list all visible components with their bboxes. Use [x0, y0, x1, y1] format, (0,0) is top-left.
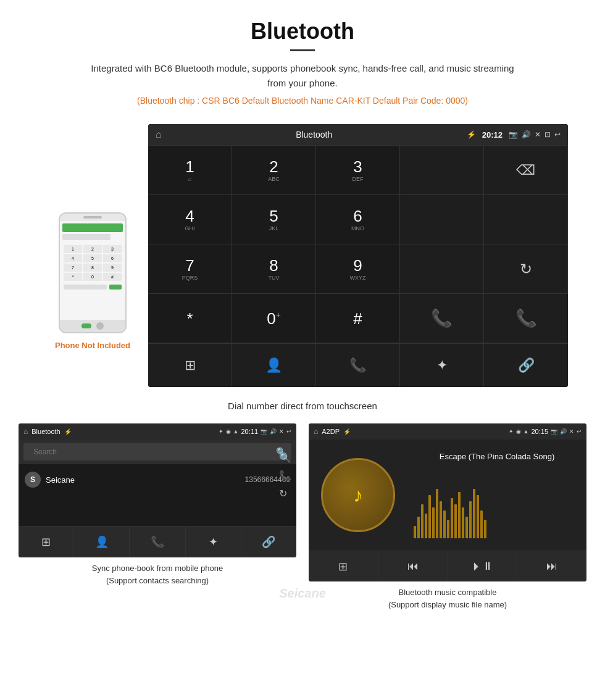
dial-key-star[interactable]: * [148, 294, 232, 343]
volume-icon[interactable]: 🔊 [522, 130, 531, 139]
bottom-nav-contacts[interactable]: 👤 [232, 344, 316, 387]
pb-contact-name: Seicane [46, 475, 240, 485]
dial-key-hash[interactable]: # [316, 294, 400, 343]
pb-right-phone[interactable]: 📞 [279, 470, 291, 481]
phone-contact-bar [62, 234, 111, 240]
dial-call-red[interactable]: 📞 [484, 294, 568, 343]
pb-nav-bt[interactable]: ✦ [186, 527, 241, 557]
window-icon[interactable]: ⊡ [544, 130, 551, 139]
music-nav-next[interactable]: ⏭ [517, 551, 586, 581]
music-nav-prev[interactable]: ⏮ [378, 551, 448, 581]
music-bt-icon: ✦ [509, 428, 514, 435]
music-nav-play[interactable]: ⏵⏸ [448, 551, 518, 581]
home-icon[interactable]: ⌂ [156, 129, 162, 140]
music-screen-wrap: ⌂ A2DP ⚡ ✦ ◉ ▲ 20:15 📷 🔊 ✕ ↩ ♪ [309, 423, 586, 610]
dial-key-7[interactable]: 7 PQRS [148, 244, 232, 294]
statusbar-title: Bluetooth [168, 130, 461, 140]
track-title: Escape (The Pina Colada Song) [414, 452, 580, 461]
music-vol-icon[interactable]: 🔊 [560, 428, 567, 435]
dial-key-1[interactable]: 1 ⌂ [148, 146, 232, 195]
pb-contacts-list: S Seicane 13566664466 [19, 464, 296, 495]
status-icons-left: ⚡ [467, 130, 476, 139]
pb-nav-contacts[interactable]: 👤 [74, 527, 130, 557]
status-icons-right: 📷 🔊 ✕ ⊡ ↩ [509, 130, 561, 139]
music-screen: ⌂ A2DP ⚡ ✦ ◉ ▲ 20:15 📷 🔊 ✕ ↩ ♪ [309, 423, 586, 581]
camera-icon[interactable]: 📷 [509, 130, 518, 139]
pb-nav-dialpad[interactable]: ⊞ [19, 527, 74, 557]
phone-image: 1 2 3 4 5 6 7 8 9 * 0 # [59, 212, 127, 333]
pb-right-search[interactable]: 🔍 [279, 452, 291, 464]
pb-back-icon[interactable]: ↩ [286, 428, 291, 435]
music-note-icon: ♪ [353, 484, 363, 507]
phone-aside: 1 2 3 4 5 6 7 8 9 * 0 # [37, 124, 148, 387]
phonebook-screen-wrap: ⌂ Bluetooth ⚡ ✦ ◉ ▲ 20:11 📷 🔊 ✕ ↩ 🔍 [19, 423, 296, 610]
phone-top [60, 214, 125, 221]
pb-cam-icon[interactable]: 📷 [261, 428, 267, 435]
phonebook-screen: ⌂ Bluetooth ⚡ ✦ ◉ ▲ 20:11 📷 🔊 ✕ ↩ 🔍 [19, 423, 296, 557]
pb-nav-phone[interactable]: 📞 [130, 527, 185, 557]
dial-empty-r2c5 [484, 195, 568, 244]
pb-statusbar: ⌂ Bluetooth ⚡ ✦ ◉ ▲ 20:11 📷 🔊 ✕ ↩ [19, 423, 296, 440]
dial-empty-r3c4 [400, 244, 484, 294]
pb-search-input[interactable] [28, 443, 276, 460]
phone-bottom [60, 320, 125, 332]
dial-display [400, 146, 484, 195]
dial-backspace[interactable]: ⌫ [484, 146, 568, 195]
bottom-nav-link[interactable]: 🔗 [484, 344, 568, 387]
status-time: 20:12 [482, 130, 503, 140]
pb-search-bar: 🔍 [19, 440, 296, 464]
music-time: 20:15 [531, 428, 548, 435]
usb-icon: ⚡ [467, 130, 476, 139]
music-home-icon[interactable]: ⌂ [314, 427, 318, 436]
pb-caption: Sync phone-book from mobile phone (Suppo… [92, 557, 223, 586]
music-usb: ⚡ [343, 428, 351, 435]
pb-right-refresh[interactable]: ↻ [279, 488, 291, 499]
music-bottom-nav: ⊞ ⏮ ⏵⏸ ⏭ [309, 551, 586, 581]
pb-bottom-nav: ⊞ 👤 📞 ✦ 🔗 [19, 526, 296, 557]
back-icon[interactable]: ↩ [554, 130, 561, 139]
equalizer [414, 467, 580, 538]
pb-home-icon[interactable]: ⌂ [23, 427, 28, 436]
music-close-icon[interactable]: ✕ [569, 428, 574, 435]
dial-key-5[interactable]: 5 JKL [232, 195, 316, 244]
music-cam-icon[interactable]: 📷 [551, 428, 557, 435]
pb-vol-icon[interactable]: 🔊 [270, 428, 277, 435]
music-caption: Bluetooth music compatible (Support disp… [388, 581, 507, 610]
dial-refresh[interactable]: ↻ [484, 244, 568, 294]
dial-call-green[interactable]: 📞 [400, 294, 484, 343]
music-status-icons: ✦ ◉ ▲ 20:15 📷 🔊 ✕ ↩ [509, 428, 582, 435]
dial-key-0[interactable]: 0+ [232, 294, 316, 343]
dial-key-3[interactable]: 3 DEF [316, 146, 400, 195]
pb-time: 20:11 [241, 428, 258, 435]
music-back-icon[interactable]: ↩ [577, 428, 582, 435]
phone-green-bar [62, 223, 123, 232]
music-nav-home[interactable]: ⊞ [309, 551, 378, 581]
title-divider [290, 49, 315, 51]
bottom-nav-dialpad[interactable]: ⊞ [148, 344, 232, 387]
dial-key-9[interactable]: 9 WXYZ [316, 244, 400, 294]
album-art: ♪ [321, 458, 395, 532]
phone-dialpad: 1 2 3 4 5 6 7 8 9 * 0 # [62, 244, 123, 282]
page-title: Bluetooth [12, 19, 593, 44]
dial-key-8[interactable]: 8 TUV [232, 244, 316, 294]
pb-usb: ⚡ [64, 428, 72, 435]
pb-close-icon[interactable]: ✕ [279, 428, 284, 435]
pb-contact-row[interactable]: S Seicane 13566664466 [19, 467, 296, 493]
pb-nav-link[interactable]: 🔗 [241, 527, 296, 557]
phone-screen: 1 2 3 4 5 6 7 8 9 * 0 # [60, 221, 125, 320]
dial-key-4[interactable]: 4 GHI [148, 195, 232, 244]
pb-bt-icon: ✦ [219, 428, 223, 435]
dialpad-bottom-nav: ⊞ 👤 📞 ✦ 🔗 [148, 343, 568, 387]
dial-key-2[interactable]: 2 ABC [232, 146, 316, 195]
pb-loc-icon: ◉ [226, 428, 231, 435]
dial-key-6[interactable]: 6 MNO [316, 195, 400, 244]
pb-avatar: S [25, 472, 41, 488]
page-header: Bluetooth Integrated with BC6 Bluetooth … [0, 0, 605, 124]
phone-not-included-label: Phone Not Included [55, 341, 130, 350]
bottom-nav-bluetooth[interactable]: ✦ [400, 344, 484, 387]
bottom-nav-phone[interactable]: 📞 [316, 344, 400, 387]
dialpad-grid: 1 ⌂ 2 ABC 3 DEF ⌫ 4 GHI 5 JKL [148, 145, 568, 343]
dial-empty-r2c4 [400, 195, 484, 244]
close-icon[interactable]: ✕ [535, 130, 541, 139]
music-title: A2DP [322, 428, 340, 435]
